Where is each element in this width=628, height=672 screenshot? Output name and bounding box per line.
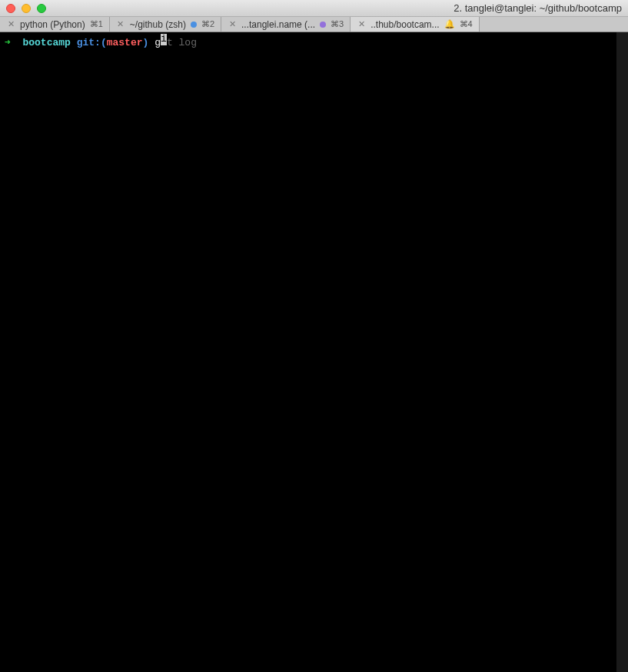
maximize-window-button[interactable] [37, 4, 46, 13]
tab-label: ..thub/bootcam... [370, 19, 439, 30]
tab-shortcut: ⌘3 [331, 19, 344, 29]
prompt-arrow-icon: ➜ [5, 36, 11, 50]
prompt-line: ➜ bootcamp git:(master) git log [5, 34, 623, 50]
close-window-button[interactable] [6, 4, 15, 13]
tab-4-active[interactable]: ✕ ..thub/bootcam... 🔔 ⌘4 [351, 17, 480, 32]
tab-1[interactable]: ✕ python (Python) ⌘1 [0, 17, 110, 32]
traffic-lights [0, 4, 46, 13]
minimize-window-button[interactable] [22, 4, 31, 13]
tab-3[interactable]: ✕ ...tanglei.name (... ⌘3 [221, 17, 351, 32]
tab-bar: ✕ python (Python) ⌘1 ✕ ~/github (zsh) ⌘2… [0, 17, 628, 32]
close-icon[interactable]: ✕ [357, 19, 366, 29]
scrollbar[interactable] [616, 32, 628, 672]
tab-label: ...tanglei.name (... [241, 19, 315, 30]
prompt-git-label: git: [77, 36, 101, 50]
prompt-directory: bootcamp [22, 36, 70, 50]
activity-dot-icon [320, 22, 326, 28]
close-icon[interactable]: ✕ [228, 19, 237, 29]
close-icon[interactable]: ✕ [6, 19, 15, 29]
tab-label: ~/github (zsh) [130, 19, 186, 30]
bell-icon: 🔔 [444, 19, 455, 29]
command-typed: g [155, 36, 161, 50]
tab-shortcut: ⌘2 [201, 19, 214, 29]
tab-shortcut: ⌘4 [460, 19, 473, 29]
tab-2[interactable]: ✕ ~/github (zsh) ⌘2 [110, 17, 221, 32]
activity-dot-icon [191, 22, 197, 28]
prompt-branch: master [107, 36, 143, 50]
close-icon[interactable]: ✕ [116, 19, 125, 29]
scroll-track[interactable] [616, 32, 628, 672]
tab-label: python (Python) [20, 19, 85, 30]
terminal-area[interactable]: ➜ bootcamp git:(master) git log [0, 32, 628, 672]
titlebar: 2. tanglei@tanglei: ~/github/bootcamp [0, 0, 628, 17]
window-title: 2. tanglei@tanglei: ~/github/bootcamp [454, 2, 622, 14]
paren-close: ) [143, 36, 149, 50]
command-suggestion: t log [167, 36, 197, 50]
text-cursor: i [161, 34, 167, 45]
tab-shortcut: ⌘1 [90, 19, 103, 29]
paren-open: ( [101, 36, 107, 50]
